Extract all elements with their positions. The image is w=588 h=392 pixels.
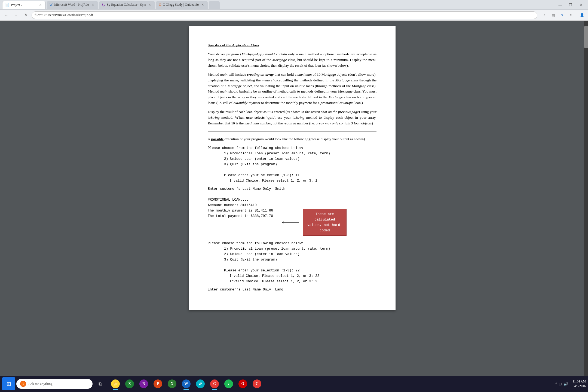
pdf-page: Specifics of the Application Class: Your… (189, 26, 396, 310)
tab-word[interactable]: W Microsoft Word - Proj7.do ✕ (47, 1, 98, 9)
browser-window: 📄 Project 7 ✕ W Microsoft Word - Proj7.d… (0, 0, 588, 392)
taskbar: ⊞ ○ Ask me anything ⧉ 📁 X N (0, 376, 588, 392)
taskbar-spotify[interactable]: ♪ (222, 377, 235, 390)
start-button[interactable]: ⊞ (2, 377, 15, 390)
excel-icon: X (125, 379, 134, 388)
tab-project7[interactable]: 📄 Project 7 ✕ (2, 1, 46, 9)
tab-icon-word: W (50, 3, 53, 7)
task-view-button[interactable]: ⧉ (94, 377, 107, 390)
taskbar-chrome[interactable]: C (208, 377, 221, 390)
excel2-icon: X (168, 379, 176, 388)
back-button[interactable]: ← (2, 11, 10, 19)
spotify-icon: ♪ (224, 379, 233, 388)
code-block-2: Enter customer's Last Name Only: Smith P… (208, 186, 376, 237)
window-controls: — ❐ ✕ (555, 1, 586, 9)
search-placeholder: Ask me anything (28, 382, 53, 386)
taskbar-powerpoint[interactable]: P (151, 377, 164, 390)
scrollbar[interactable] (584, 21, 588, 376)
forward-button[interactable]: → (12, 11, 20, 19)
title-bar: 📄 Project 7 ✕ W Microsoft Word - Proj7.d… (0, 0, 588, 10)
tab-label-2: Microsoft Word - Proj7.do (54, 3, 89, 7)
promo-header: PROMOTIONAL LOAN...: (208, 197, 376, 203)
star-button[interactable]: ☆ (541, 11, 548, 19)
paragraph-1: Your driver program (MortgageApp) should… (208, 51, 376, 69)
opera-icon: O (238, 379, 247, 388)
tab-label-4: C Chegg Study | Guided So (163, 3, 199, 7)
content-area: Specifics of the Application Class: Your… (0, 21, 588, 376)
maximize-button[interactable]: ❐ (566, 1, 575, 9)
tab-empty[interactable] (209, 1, 220, 9)
menu-item-2a: 1) Promotional Loan (preset loan amount,… (208, 246, 376, 252)
chrome2-icon: C (253, 379, 261, 388)
address-bar[interactable]: file:///C:/Users/Patrick/Downloads/Proj7… (32, 11, 537, 19)
invalid-choice-2a: Invalid Choice. Please select 1, 2, or 3… (208, 273, 376, 279)
tab-label-1: Project 7 (11, 3, 23, 7)
tab-chegg[interactable]: C C Chegg Study | Guided So ✕ (156, 1, 208, 9)
scrollbar-thumb[interactable] (584, 26, 588, 48)
close-button[interactable]: ✕ (576, 1, 586, 9)
menu-button[interactable]: ≡ (567, 11, 574, 19)
customer-prompt-1: Enter customer's Last Name Only: Smith (208, 186, 376, 192)
clock-date: 4/5/2016 (572, 384, 586, 388)
tab-close-4[interactable]: ✕ (200, 2, 205, 7)
paragraph-3: Display the result of each loan object a… (208, 109, 376, 126)
nav-actions: ☆ ▤ S ≡ (541, 11, 574, 19)
tray-chevron[interactable]: ^ (555, 382, 557, 386)
taskbar-opera[interactable]: O (236, 377, 249, 390)
payment-lines: The monthly payment is $1,411.66 The tot… (208, 208, 273, 219)
pdf-viewer[interactable]: Specifics of the Application Class: Your… (0, 21, 584, 376)
svg-marker-1 (282, 221, 284, 223)
taskbar-chrome2[interactable]: C (250, 377, 264, 390)
taskbar-apps: 📁 X N P X W 🖌 (109, 377, 264, 390)
total-payment: The total payment is $338,797.70 (208, 213, 273, 219)
selection-prompt-1: Please enter your selection (1-3): 11 (208, 173, 376, 178)
taskbar-word[interactable]: W (180, 377, 193, 390)
customer-prompt-2: Enter customer's Last Name Only: Lang (208, 287, 376, 292)
tab-close-2[interactable]: ✕ (91, 2, 95, 7)
tray-icons: ^ ⊟ 🔊 (555, 382, 568, 386)
possible-intro: A possible execution of your program wou… (208, 136, 376, 142)
tab-icon-pdf: 📄 (5, 3, 9, 7)
menu-prompt-1: Please choose from the following choices… (208, 145, 376, 151)
taskbar-search[interactable]: ○ Ask me anything (16, 379, 93, 389)
tab-close-1[interactable]: ✕ (38, 3, 43, 7)
skype-button[interactable]: S (558, 11, 566, 19)
menu-item-1b: 2) Unique Loan (enter in loan values) (208, 156, 376, 162)
file-explorer-app[interactable]: 📁 (109, 377, 122, 390)
user-icon[interactable]: 👤 (578, 11, 586, 19)
menu-item-1c: 3) Quit (Exit the program) (208, 162, 376, 167)
reader-view-button[interactable]: ▤ (549, 11, 557, 19)
volume-icon[interactable]: 🔊 (564, 382, 568, 386)
menu-item-2b: 2) Unique Loan (enter in loan values) (208, 252, 376, 257)
navigation-bar: ← → ↻ file:///C:/Users/Patrick/Downloads… (0, 10, 588, 21)
account-number: Account number: Smit5419 (208, 203, 376, 208)
callout-area: These are calculated values, not hard-co… (281, 209, 347, 236)
pdf-content: Specifics of the Application Class: Your… (208, 42, 376, 292)
section-divider (208, 131, 376, 131)
selection-prompt-2: Please enter your selection (1-3): 22 (208, 268, 376, 273)
tab-close-3[interactable]: ✕ (148, 2, 152, 7)
address-text: file:///C:/Users/Patrick/Downloads/Proj7… (35, 13, 93, 17)
chrome-icon: C (210, 379, 219, 388)
monthly-payment: The monthly payment is $1,411.66 (208, 208, 273, 213)
network-icon[interactable]: ⊟ (559, 382, 562, 386)
tab-icon-chegg: C (159, 3, 161, 7)
word-icon: W (182, 379, 191, 388)
tab-equation[interactable]: Sy Sy Equation Calculator - Sym ✕ (99, 1, 155, 9)
menu-item-1a: 1) Promotional Loan (preset loan amount,… (208, 151, 376, 156)
taskbar-paint[interactable]: 🖌 (194, 377, 207, 390)
tab-label-3: Sy Equation Calculator - Sym (107, 3, 146, 7)
taskbar-excel[interactable]: X (123, 377, 136, 390)
callout-arrow (281, 220, 300, 225)
taskbar-onenote[interactable]: N (137, 377, 150, 390)
invalid-choice-2b: Invalid Choice. Please select 1, 2, or 3… (208, 279, 376, 284)
powerpoint-icon: P (154, 379, 162, 388)
taskbar-right: ^ ⊟ 🔊 11:34 AM 4/5/2016 (555, 379, 586, 388)
callout-text: These are calculated values, not hard-co… (307, 212, 342, 232)
invalid-choice-1: Invalid Choice. Please select 1, 2, or 3… (208, 178, 376, 183)
minimize-button[interactable]: — (555, 1, 565, 9)
taskbar-excel2[interactable]: X (166, 377, 179, 390)
refresh-button[interactable]: ↻ (22, 11, 30, 19)
taskbar-datetime[interactable]: 11:34 AM 4/5/2016 (572, 379, 586, 388)
menu-item-2c: 3) Quit (Exit the program) (208, 257, 376, 262)
